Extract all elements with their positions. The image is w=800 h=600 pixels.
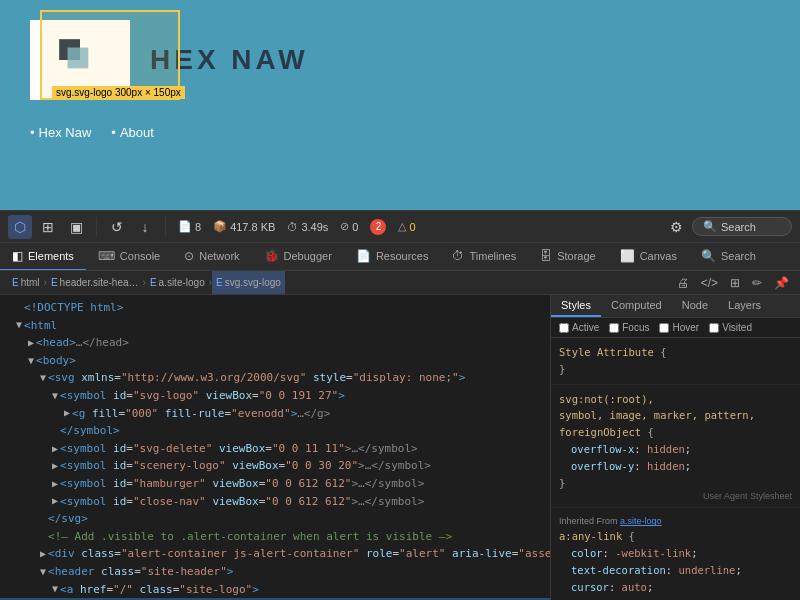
triangle-sym4[interactable] bbox=[52, 476, 58, 492]
nav-about[interactable]: • About bbox=[111, 125, 154, 140]
triangle-svg[interactable] bbox=[40, 370, 46, 386]
triangle-body[interactable] bbox=[28, 353, 34, 369]
site-header: svg.svg-logo 300px × 150px HEX NAW bbox=[0, 0, 800, 120]
html-line: <!— Add .visible to .alert-container whe… bbox=[0, 528, 550, 546]
style-alink-rule: a:any-link { color: -webkit-link; text-d… bbox=[559, 528, 792, 600]
size-icon: 📦 bbox=[213, 220, 227, 233]
style-section-inherited: Inherited From a.site-logo a:any-link { … bbox=[551, 508, 800, 600]
bc-code-btn[interactable]: </> bbox=[698, 276, 721, 290]
triangle-sym3[interactable] bbox=[52, 458, 58, 474]
resources-icon: 📄 bbox=[356, 249, 371, 263]
devtools-panel: ⬡ ⊞ ▣ ↺ ↓ 📄 8 📦 417.8 KB ⏱ 3.49s ⊘ 0 2 △… bbox=[0, 210, 800, 600]
warn-icon: △ bbox=[398, 220, 406, 233]
html-line: <head>…</head> bbox=[0, 334, 550, 352]
triangle-sym5[interactable] bbox=[52, 493, 58, 509]
tab-network[interactable]: ⊙ Network bbox=[172, 243, 251, 271]
bc-tools: 🖨 </> ⊞ ✏ 📌 bbox=[674, 276, 792, 290]
html-line: <header class="site-header"> bbox=[0, 563, 550, 581]
size-badge: 📦 417.8 KB bbox=[209, 220, 279, 233]
browser-preview: svg.svg-logo 300px × 150px HEX NAW • Hex… bbox=[0, 0, 800, 210]
bc-grid-btn[interactable]: ⊞ bbox=[727, 276, 743, 290]
tab-timelines[interactable]: ⏱ Timelines bbox=[440, 243, 528, 271]
tab-canvas[interactable]: ⬜ Canvas bbox=[608, 243, 689, 271]
error-icon: 2 bbox=[370, 219, 386, 235]
triangle-g[interactable] bbox=[64, 405, 70, 421]
warn-badge: △ 0 bbox=[394, 220, 419, 233]
html-line: <symbol id="close-nav" viewBox="0 0 612 … bbox=[0, 493, 550, 511]
separator bbox=[96, 217, 97, 237]
style-inherited-label: Inherited From a.site-logo bbox=[559, 516, 792, 526]
reload-button[interactable]: ↺ bbox=[105, 215, 129, 239]
html-panel[interactable]: <!DOCTYPE html> <html <head>…</head> <bo… bbox=[0, 295, 550, 600]
style-selector: Style Attribute bbox=[559, 346, 654, 358]
network-badge: ⊘ 0 bbox=[336, 220, 362, 233]
nav-hex-naw[interactable]: • Hex Naw bbox=[30, 125, 91, 140]
html-line: <body> bbox=[0, 352, 550, 370]
svg-selector2: symbol, image, marker, pattern, bbox=[559, 409, 755, 421]
html-line: <g fill="000" fill-rule="evenodd">…</g> bbox=[0, 405, 550, 423]
search-tab-icon: 🔍 bbox=[701, 249, 716, 263]
download-button[interactable]: ↓ bbox=[133, 215, 157, 239]
debugger-icon: 🐞 bbox=[264, 249, 279, 263]
panel-toggle-button[interactable]: ▣ bbox=[64, 215, 88, 239]
style-source: User Agent Stylesheet bbox=[559, 491, 792, 501]
tab-elements[interactable]: ◧ Elements bbox=[0, 243, 86, 271]
tab-storage[interactable]: 🗄 Storage bbox=[528, 243, 608, 271]
pages-icon: 📄 bbox=[178, 220, 192, 233]
search-icon: 🔍 bbox=[703, 220, 717, 233]
bc-html[interactable]: E html bbox=[8, 271, 44, 294]
styles-panel: Styles Computed Node Layers Active Focus… bbox=[550, 295, 800, 600]
tab-node[interactable]: Node bbox=[672, 295, 718, 317]
html-line: </symbol> bbox=[0, 422, 550, 440]
time-icon: ⏱ bbox=[287, 221, 298, 233]
state-active[interactable]: Active bbox=[559, 322, 599, 333]
inherited-link[interactable]: a.site-logo bbox=[620, 516, 662, 526]
tab-debugger[interactable]: 🐞 Debugger bbox=[252, 243, 344, 271]
style-attribute-rule: Style Attribute { } bbox=[559, 344, 792, 378]
states-bar: Active Focus Hover Visited bbox=[551, 318, 800, 338]
tab-computed[interactable]: Computed bbox=[601, 295, 672, 317]
alink-selector: a:any-link bbox=[559, 530, 622, 542]
state-hover[interactable]: Hover bbox=[659, 322, 699, 333]
tab-layers[interactable]: Layers bbox=[718, 295, 771, 317]
bc-svg-logo[interactable]: E svg.svg-logo bbox=[212, 271, 285, 294]
state-focus[interactable]: Focus bbox=[609, 322, 649, 333]
tab-resources[interactable]: 📄 Resources bbox=[344, 243, 441, 271]
bc-header[interactable]: E header.site-hea… bbox=[47, 271, 143, 294]
html-line: <symbol id="svg-logo" viewBox="0 0 191 2… bbox=[0, 387, 550, 405]
devtools-main: <!DOCTYPE html> <html <head>…</head> <bo… bbox=[0, 295, 800, 600]
triangle-header[interactable] bbox=[40, 564, 46, 580]
logo-container: svg.svg-logo 300px × 150px bbox=[30, 20, 130, 100]
html-line: <a href="/" class="site-logo"> bbox=[0, 581, 550, 599]
inspect-element-button[interactable]: ⬡ bbox=[8, 215, 32, 239]
triangle-sym1[interactable] bbox=[52, 388, 58, 404]
network-tab-icon: ⊙ bbox=[184, 249, 194, 263]
triangle-sym2[interactable] bbox=[52, 441, 58, 457]
search-bar[interactable]: 🔍 Search bbox=[692, 217, 792, 236]
triangle-alert[interactable] bbox=[40, 546, 46, 562]
tab-search[interactable]: 🔍 Search bbox=[689, 243, 768, 271]
style-section-attribute: Style Attribute { } bbox=[551, 338, 800, 385]
bc-print-btn[interactable]: 🖨 bbox=[674, 276, 692, 290]
settings-button[interactable]: ⚙ bbox=[664, 215, 688, 239]
element-label: svg.svg-logo 300px × 150px bbox=[52, 86, 185, 99]
network-icon: ⊘ bbox=[340, 220, 349, 233]
tab-console[interactable]: ⌨ Console bbox=[86, 243, 172, 271]
html-line: <symbol id="svg-delete" viewBox="0 0 11 … bbox=[0, 440, 550, 458]
svg-selector: svg:not(:root), bbox=[559, 393, 654, 405]
triangle-head[interactable] bbox=[28, 335, 34, 351]
bc-a-site-logo[interactable]: E a.site-logo bbox=[146, 271, 209, 294]
state-visited[interactable]: Visited bbox=[709, 322, 752, 333]
devtools-tabs: ◧ Elements ⌨ Console ⊙ Network 🐞 Debugge… bbox=[0, 243, 800, 271]
triangle-a[interactable] bbox=[52, 581, 58, 597]
style-section-svg: svg:not(:root), symbol, image, marker, p… bbox=[551, 385, 800, 509]
bc-pin-btn[interactable]: 📌 bbox=[771, 276, 792, 290]
bc-pencil-btn[interactable]: ✏ bbox=[749, 276, 765, 290]
svg-selector3: foreignObject bbox=[559, 426, 641, 438]
devtools-toolbar: ⬡ ⊞ ▣ ↺ ↓ 📄 8 📦 417.8 KB ⏱ 3.49s ⊘ 0 2 △… bbox=[0, 211, 800, 243]
tab-styles[interactable]: Styles bbox=[551, 295, 601, 317]
responsive-design-button[interactable]: ⊞ bbox=[36, 215, 60, 239]
triangle-html[interactable] bbox=[16, 317, 22, 333]
html-line: <symbol id="hamburger" viewBox="0 0 612 … bbox=[0, 475, 550, 493]
html-line: <symbol id="scenery-logo" viewBox="0 0 3… bbox=[0, 457, 550, 475]
